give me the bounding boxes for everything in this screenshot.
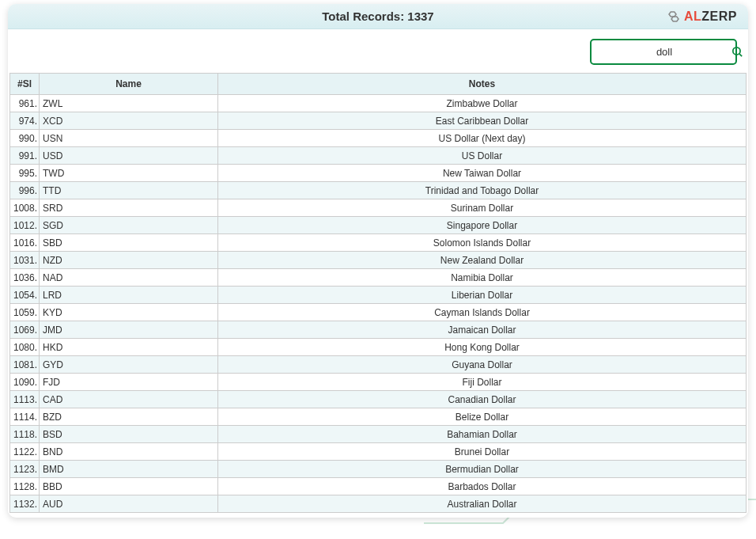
svg-marker-6 [671,17,679,21]
column-header-notes[interactable]: Notes [218,74,747,95]
table-row[interactable]: 1016.SBDSolomon Islands Dollar [10,234,747,252]
table-row[interactable]: 1128.BBDBarbados Dollar [10,478,747,495]
cell-notes: Cayman Islands Dollar [218,304,747,321]
table-row[interactable]: 996.TTDTrinidad and Tobago Dollar [10,182,747,199]
cell-name: NZD [40,252,218,269]
table-row[interactable]: 961.ZWLZimbabwe Dollar [10,95,747,112]
table-row[interactable]: 1069.JMDJamaican Dollar [10,321,747,339]
table-row[interactable]: 1031.NZDNew Zealand Dollar [10,252,747,269]
table-row[interactable]: 1036.NADNamibia Dollar [10,269,747,287]
cell-name: BMD [40,461,218,478]
cell-notes: Canadian Dollar [218,391,747,408]
table-row[interactable]: 1090.FJDFiji Dollar [10,374,747,391]
cell-name: SBD [40,234,218,252]
cell-name: BND [40,443,218,461]
cell-notes: New Taiwan Dollar [218,165,747,182]
cell-notes: Barbados Dollar [218,478,747,495]
table-row[interactable]: 1054.LRDLiberian Dollar [10,287,747,304]
cell-sl: 1128. [10,478,40,495]
svg-marker-5 [669,12,676,17]
table-row[interactable]: 990.USNUS Dollar (Next day) [10,130,747,147]
brand-logo: ALZERP [667,9,737,24]
cell-notes: Bermudian Dollar [218,461,747,478]
svg-point-7 [733,47,740,55]
cell-notes: Surinam Dollar [218,199,747,217]
table-row[interactable]: 1008.SRDSurinam Dollar [10,199,747,217]
cell-name: USD [40,147,218,165]
cell-sl: 991. [10,147,40,165]
cell-name: LRD [40,287,218,304]
cell-sl: 1123. [10,461,40,478]
cell-sl: 1036. [10,269,40,287]
cell-sl: 1113. [10,391,40,408]
cell-name: GYD [40,356,218,374]
table-row[interactable]: 1122.BNDBrunei Dollar [10,443,747,461]
logo-text: ALZERP [684,9,737,24]
cell-name: CAD [40,391,218,408]
cell-notes: Trinidad and Tobago Dollar [218,182,747,199]
search-box[interactable] [590,39,737,65]
search-icon [731,45,744,59]
cell-sl: 1080. [10,339,40,356]
svg-line-8 [739,54,742,56]
cell-notes: East Caribbean Dollar [218,112,747,130]
cell-notes: New Zealand Dollar [218,252,747,269]
table-row[interactable]: 995.TWDNew Taiwan Dollar [10,165,747,182]
cell-sl: 1132. [10,495,40,513]
cell-name: KYD [40,304,218,321]
records-table: #Sl Name Notes 961.ZWLZimbabwe Dollar974… [9,73,747,513]
cell-sl: 961. [10,95,40,112]
cell-notes: Hong Kong Dollar [218,339,747,356]
cell-sl: 974. [10,112,40,130]
cell-notes: Singapore Dollar [218,217,747,234]
table-row[interactable]: 1114.BZDBelize Dollar [10,408,747,426]
cell-sl: 1008. [10,199,40,217]
cell-sl: 1012. [10,217,40,234]
table-body: 961.ZWLZimbabwe Dollar974.XCDEast Caribb… [10,95,747,513]
search-row [8,29,748,73]
cell-name: XCD [40,112,218,130]
cell-sl: 1090. [10,374,40,391]
table-row[interactable]: 1081.GYDGuyana Dollar [10,356,747,374]
cell-name: TTD [40,182,218,199]
table-row[interactable]: 1118.BSDBahamian Dollar [10,426,747,443]
table-row[interactable]: 1132.AUDAustralian Dollar [10,495,747,513]
table-row[interactable]: 1113.CADCanadian Dollar [10,391,747,408]
table-row[interactable]: 974.XCDEast Caribbean Dollar [10,112,747,130]
cell-notes: US Dollar [218,147,747,165]
cell-sl: 1016. [10,234,40,252]
cell-sl: 1081. [10,356,40,374]
cell-name: USN [40,130,218,147]
cell-notes: Guyana Dollar [218,356,747,374]
cell-name: JMD [40,321,218,339]
cell-sl: 990. [10,130,40,147]
cell-notes: Belize Dollar [218,408,747,426]
column-header-name[interactable]: Name [40,74,218,95]
main-panel: Total Records: 1337 ALZERP #Sl Name No [8,4,748,518]
column-header-sl[interactable]: #Sl [10,74,40,95]
cell-notes: Zimbabwe Dollar [218,95,747,112]
cell-name: BSD [40,426,218,443]
hexagon-link-icon [667,9,681,24]
table-row[interactable]: 1012.SGDSingapore Dollar [10,217,747,234]
total-records-label: Total Records: 1337 [19,9,737,23]
cell-sl: 1114. [10,408,40,426]
cell-name: AUD [40,495,218,513]
cell-sl: 995. [10,165,40,182]
cell-notes: Australian Dollar [218,495,747,513]
table-row[interactable]: 1123.BMDBermudian Dollar [10,461,747,478]
cell-name: BBD [40,478,218,495]
cell-sl: 1118. [10,426,40,443]
table-row[interactable]: 1059.KYDCayman Islands Dollar [10,304,747,321]
cell-notes: Jamaican Dollar [218,321,747,339]
header-bar: Total Records: 1337 ALZERP [8,4,748,29]
cell-name: ZWL [40,95,218,112]
cell-name: SGD [40,217,218,234]
cell-sl: 996. [10,182,40,199]
table-wrapper: #Sl Name Notes 961.ZWLZimbabwe Dollar974… [8,73,748,518]
cell-name: HKD [40,339,218,356]
table-row[interactable]: 991.USDUS Dollar [10,147,747,165]
search-input[interactable] [598,46,731,58]
cell-notes: Brunei Dollar [218,443,747,461]
table-row[interactable]: 1080.HKDHong Kong Dollar [10,339,747,356]
